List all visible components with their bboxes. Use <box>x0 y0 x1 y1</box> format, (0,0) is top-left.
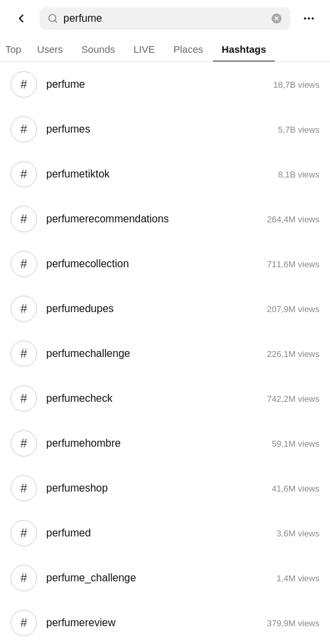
hashtag-views: 742,2M views <box>267 394 319 404</box>
hashtag-views: 379,9M views <box>267 618 319 628</box>
svg-point-6 <box>308 17 310 19</box>
hashtag-name: perfumechallenge <box>46 348 258 360</box>
hashtag-item[interactable]: # perfumetiktok 8,1B views <box>0 152 330 197</box>
hashtag-info: perfumechallenge <box>46 348 258 360</box>
hashtag-views: 264,4M views <box>267 214 319 224</box>
hashtag-item[interactable]: # perfume 18,7B views <box>0 62 330 107</box>
hashtag-icon: # <box>11 475 37 501</box>
hashtag-views: 18,7B views <box>273 80 319 90</box>
hashtag-icon: # <box>11 116 37 143</box>
hashtag-item[interactable]: # perfumes 5,7B views <box>0 107 330 152</box>
hashtag-info: perfumecollection <box>46 258 258 270</box>
hashtag-views: 1,4M views <box>277 573 319 583</box>
hashtag-info: perfume <box>46 79 264 90</box>
hashtag-icon: # <box>11 206 37 232</box>
hashtag-name: perfume_challenge <box>46 572 267 584</box>
hashtag-icon: # <box>11 520 37 546</box>
hashtag-info: perfumes <box>46 123 269 135</box>
header <box>0 0 330 37</box>
hashtag-info: perfumereview <box>46 617 258 629</box>
hashtag-name: perfumecollection <box>46 258 258 270</box>
hashtag-name: perfume <box>46 79 264 90</box>
hashtag-item[interactable]: # perfumed 3,6M views <box>0 511 330 556</box>
hashtag-name: perfumerecommendations <box>46 213 258 225</box>
hashtag-name: perfumehombre <box>46 437 263 449</box>
hashtag-icon: # <box>11 161 37 187</box>
hashtag-name: perfumes <box>46 123 269 135</box>
search-bar <box>40 7 290 30</box>
hashtag-views: 59,1M views <box>272 439 319 449</box>
hashtag-icon: # <box>11 385 37 412</box>
hashtag-name: perfumecheck <box>46 393 258 404</box>
hashtag-item[interactable]: # perfumedupes 207,9M views <box>0 286 330 331</box>
svg-point-7 <box>312 17 314 19</box>
hashtag-name: perfumereview <box>46 617 258 629</box>
hashtag-item[interactable]: # perfumecollection 711,6M views <box>0 242 330 286</box>
clear-search-button[interactable] <box>271 13 282 24</box>
hashtag-views: 207,9M views <box>267 304 319 314</box>
hashtag-item[interactable]: # perfumereview 379,9M views <box>0 600 330 644</box>
hashtag-info: perfumecheck <box>46 393 258 404</box>
more-options-button[interactable] <box>297 7 321 30</box>
hashtag-icon: # <box>11 71 37 98</box>
tab-live[interactable]: LIVE <box>124 37 164 61</box>
hashtag-info: perfumerecommendations <box>46 213 258 225</box>
hashtag-icon: # <box>11 340 37 367</box>
hashtag-name: perfumed <box>46 527 267 539</box>
tab-users[interactable]: Users <box>28 37 72 61</box>
hashtag-item[interactable]: # perfumeshop 41,6M views <box>0 466 330 511</box>
hashtag-views: 711,6M views <box>267 259 319 269</box>
hashtag-info: perfumeshop <box>46 482 263 494</box>
hashtag-name: perfumetiktok <box>46 168 269 180</box>
tab-places[interactable]: Places <box>164 37 213 61</box>
hashtag-list: # perfume 18,7B views # perfumes 5,7B vi… <box>0 62 330 644</box>
svg-point-5 <box>304 17 306 19</box>
hashtag-item[interactable]: # perfumechallenge 226,1M views <box>0 331 330 376</box>
tab-hashtags[interactable]: Hashtags <box>213 37 276 61</box>
hashtag-name: perfumedupes <box>46 303 258 315</box>
hashtag-icon: # <box>11 610 37 636</box>
hashtag-icon: # <box>11 565 37 591</box>
hashtag-item[interactable]: # perfumehombre 59,1M views <box>0 421 330 466</box>
svg-line-1 <box>55 20 57 22</box>
back-button[interactable] <box>9 7 33 30</box>
hashtag-views: 226,1M views <box>267 349 319 359</box>
hashtag-icon: # <box>11 430 37 457</box>
hashtag-info: perfumetiktok <box>46 168 269 180</box>
hashtag-item[interactable]: # perfumecheck 742,2M views <box>0 376 330 421</box>
search-icon <box>48 13 58 24</box>
hashtag-info: perfumedupes <box>46 303 258 315</box>
hashtag-info: perfumed <box>46 527 267 539</box>
hashtag-info: perfumehombre <box>46 437 263 449</box>
hashtag-name: perfumeshop <box>46 482 263 494</box>
hashtag-icon: # <box>11 296 37 322</box>
hashtag-views: 41,6M views <box>272 484 319 494</box>
tab-top[interactable]: Top <box>0 37 28 61</box>
hashtag-icon: # <box>11 251 37 277</box>
hashtag-item[interactable]: # perfumerecommendations 264,4M views <box>0 197 330 242</box>
hashtag-views: 8,1B views <box>278 170 319 179</box>
search-input[interactable] <box>63 13 265 24</box>
hashtag-info: perfume_challenge <box>46 572 267 584</box>
hashtag-views: 3,6M views <box>277 529 319 538</box>
tabs-bar: Top Users Sounds LIVE Places Hashtags <box>0 37 330 62</box>
hashtag-views: 5,7B views <box>278 125 319 135</box>
hashtag-item[interactable]: # perfume_challenge 1,4M views <box>0 556 330 600</box>
tab-sounds[interactable]: Sounds <box>72 37 124 61</box>
